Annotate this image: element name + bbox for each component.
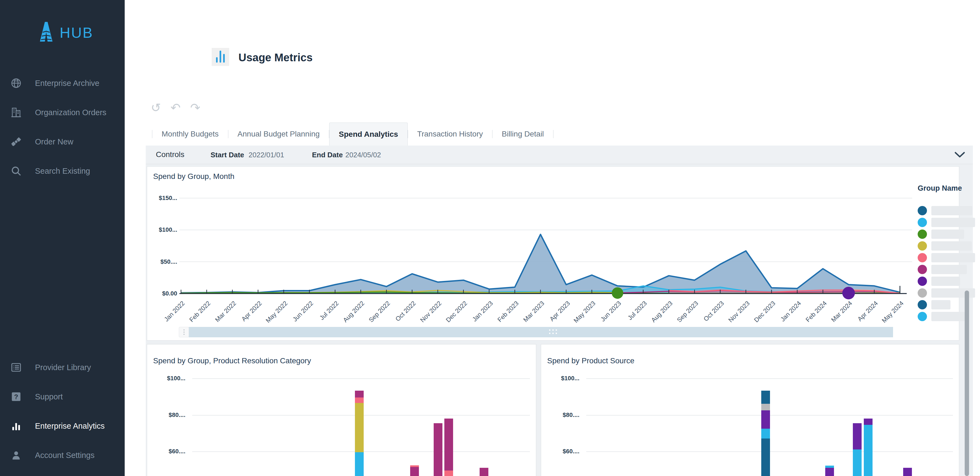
x-tick-label: Jan 2024 bbox=[772, 299, 803, 330]
legend-label-redacted bbox=[931, 229, 964, 239]
x-tick-label: Mar 2024 bbox=[823, 299, 854, 330]
chart-title: Spend by Group, Month bbox=[153, 172, 234, 181]
sidebar-item-label: Provider Library bbox=[35, 363, 91, 372]
bar-segment[interactable] bbox=[410, 467, 419, 476]
chart-title: Spend by Product Source bbox=[547, 357, 635, 365]
y-tick-label: $60.... bbox=[155, 448, 185, 455]
sidebar-item-label: Support bbox=[35, 392, 63, 401]
svg-text:?: ? bbox=[14, 393, 18, 401]
bar-segment[interactable] bbox=[434, 423, 442, 476]
tab-annual-budget-planning[interactable]: Annual Budget Planning bbox=[228, 123, 329, 145]
legend-item[interactable] bbox=[918, 241, 972, 251]
bar-segment[interactable] bbox=[761, 391, 770, 404]
bar-segment[interactable] bbox=[355, 403, 364, 452]
legend-item[interactable] bbox=[918, 229, 964, 239]
bar-segment[interactable] bbox=[355, 398, 364, 403]
y-tick-label: $50.... bbox=[147, 258, 177, 265]
chart-scrollbar-track[interactable] bbox=[189, 327, 893, 337]
x-tick-label: Oct 2022 bbox=[387, 299, 417, 330]
bar-segment[interactable] bbox=[864, 419, 873, 425]
area-chart[interactable] bbox=[180, 191, 912, 301]
bar-segment[interactable] bbox=[444, 419, 453, 471]
legend-color-dot bbox=[918, 206, 927, 215]
legend-item[interactable] bbox=[918, 218, 975, 227]
y-tick-label: $100... bbox=[549, 375, 579, 382]
x-tick-label: Sep 2022 bbox=[361, 299, 391, 330]
legend-color-dot bbox=[918, 300, 927, 309]
sidebar-item-organization-orders[interactable]: Organization Orders bbox=[0, 103, 125, 121]
bar-segment[interactable] bbox=[761, 439, 770, 476]
bar-segment[interactable] bbox=[410, 465, 419, 467]
x-tick-label: May 2022 bbox=[259, 299, 289, 330]
sidebar-item-search-existing[interactable]: Search Existing bbox=[0, 162, 125, 180]
x-tick-label: May 2023 bbox=[566, 299, 597, 330]
controls-title: Controls bbox=[156, 150, 184, 159]
satellite-icon bbox=[10, 135, 22, 148]
legend-color-dot bbox=[918, 288, 927, 298]
bar-segment[interactable] bbox=[761, 404, 770, 410]
tab-billing-detail[interactable]: Billing Detail bbox=[492, 123, 553, 145]
bar-segment[interactable] bbox=[761, 410, 770, 429]
tab-spend-analytics[interactable]: Spend Analytics bbox=[329, 123, 408, 145]
legend-item[interactable] bbox=[918, 265, 967, 274]
hub-logo-a-icon bbox=[35, 20, 58, 43]
legend-color-dot bbox=[918, 218, 927, 227]
chart-scrollbar-grip[interactable] bbox=[548, 328, 559, 336]
help-icon: ? bbox=[10, 390, 22, 403]
chart-scrollbar-left-handle[interactable] bbox=[179, 327, 189, 337]
bar-segment[interactable] bbox=[853, 449, 862, 476]
x-tick-label: Jul 2023 bbox=[618, 299, 648, 330]
x-tick-label: Aug 2023 bbox=[644, 299, 674, 330]
sidebar-item-support[interactable]: ?Support bbox=[0, 388, 125, 406]
start-date-value[interactable]: 2022/01/01 bbox=[248, 151, 284, 159]
legend-color-dot bbox=[918, 253, 927, 262]
legend-color-dot bbox=[918, 241, 927, 251]
redo-icon[interactable]: ↷ bbox=[189, 102, 201, 114]
tab-transaction-history[interactable]: Transaction History bbox=[408, 123, 492, 145]
legend-item[interactable] bbox=[918, 300, 950, 309]
bar-segment[interactable] bbox=[825, 466, 834, 468]
tab-monthly-budgets[interactable]: Monthly Budgets bbox=[152, 123, 228, 145]
legend-item[interactable] bbox=[918, 277, 960, 286]
tab-bar: Monthly BudgetsAnnual Budget PlanningSpe… bbox=[152, 123, 554, 145]
sidebar-item-label: Search Existing bbox=[35, 167, 90, 176]
tab-separator bbox=[553, 130, 554, 138]
bar-segment[interactable] bbox=[761, 429, 770, 439]
x-tick-label: Apr 2024 bbox=[849, 299, 880, 330]
chart-panel-product-resolution-category: Spend by Group, Product Resolution Categ… bbox=[147, 344, 536, 476]
bar-segment[interactable] bbox=[864, 425, 873, 476]
reset-icon[interactable]: ↺ bbox=[150, 102, 162, 114]
legend-color-dot bbox=[918, 229, 927, 239]
content-region: Controls Start Date 2022/01/01 End Date … bbox=[146, 145, 973, 476]
bar-segment[interactable] bbox=[903, 468, 912, 476]
chevron-down-icon[interactable] bbox=[954, 151, 965, 158]
legend-label-redacted bbox=[931, 218, 975, 227]
y-tick-label: $80.... bbox=[549, 411, 579, 419]
sidebar-item-enterprise-archive[interactable]: Enterprise Archive bbox=[0, 75, 125, 92]
hub-logo-text: HUB bbox=[60, 24, 93, 41]
end-date-value[interactable]: 2024/05/02 bbox=[345, 151, 381, 159]
legend-item[interactable] bbox=[918, 312, 967, 321]
sidebar: HUB Enterprise ArchiveOrganization Order… bbox=[0, 0, 125, 476]
undo-icon[interactable]: ↶ bbox=[170, 102, 181, 114]
page-scrollbar-thumb[interactable] bbox=[965, 291, 969, 476]
legend-label-redacted bbox=[931, 253, 975, 262]
controls-bar[interactable]: Controls Start Date 2022/01/01 End Date … bbox=[146, 145, 973, 164]
bar-segment[interactable] bbox=[825, 468, 834, 476]
bar-segment[interactable] bbox=[444, 471, 453, 476]
legend-label-redacted bbox=[931, 265, 967, 274]
sidebar-item-account-settings[interactable]: Account Settings bbox=[0, 446, 125, 464]
legend-item[interactable] bbox=[918, 206, 972, 215]
bar-segment[interactable] bbox=[355, 452, 364, 476]
legend-item[interactable] bbox=[918, 253, 975, 262]
bar-segment[interactable] bbox=[853, 423, 862, 450]
legend-color-dot bbox=[918, 265, 927, 274]
hub-logo[interactable]: HUB bbox=[35, 20, 105, 44]
bar-segment[interactable] bbox=[355, 391, 364, 398]
sidebar-item-enterprise-analytics[interactable]: Enterprise Analytics bbox=[0, 417, 125, 435]
sidebar-item-order-new[interactable]: Order New bbox=[0, 133, 125, 150]
sidebar-item-provider-library[interactable]: Provider Library bbox=[0, 359, 125, 376]
bar-segment[interactable] bbox=[480, 468, 488, 476]
x-tick-label: Jan 2022 bbox=[156, 299, 186, 330]
x-tick-label: Oct 2023 bbox=[695, 299, 725, 330]
